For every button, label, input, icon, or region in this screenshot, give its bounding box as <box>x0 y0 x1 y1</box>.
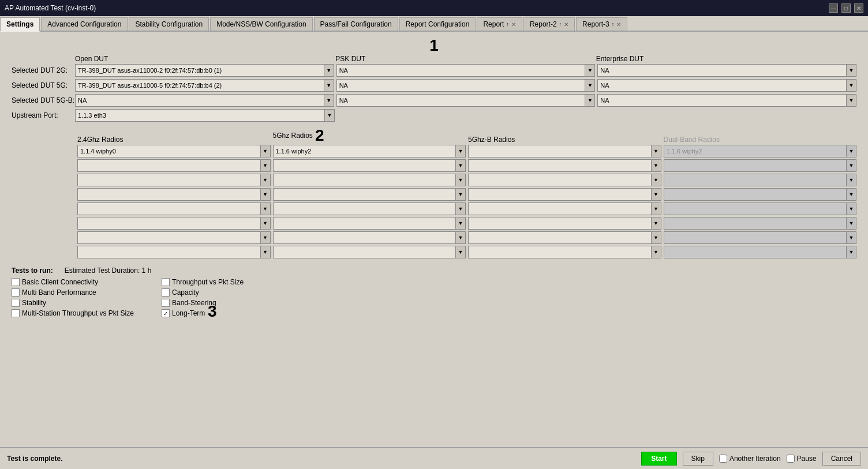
radio-5b-0-dropdown[interactable]: ▼ <box>651 145 661 157</box>
tests-duration: Estimated Test Duration: 1 h <box>65 267 152 275</box>
band-dual-label: Dual-Band Radios <box>664 136 720 144</box>
test-stability-checkbox[interactable] <box>12 299 20 307</box>
tab-stability[interactable]: Stability Configuration <box>129 17 209 31</box>
test-multi-band-checkbox[interactable] <box>12 288 20 297</box>
tests-grid: Basic Client Connectivity Throughput vs … <box>12 278 856 317</box>
enterprise-dut-2g-dropdown[interactable]: ▼ <box>846 64 856 77</box>
radio-24-5-dropdown[interactable]: ▼ <box>260 217 271 230</box>
test-band-steering-checkbox[interactable] <box>162 299 170 307</box>
open-dut-2g-dropdown[interactable]: ▼ <box>324 64 334 77</box>
tab-report1[interactable]: Report ↑ ✕ <box>477 17 522 31</box>
psk-dut-2g-dropdown[interactable]: ▼ <box>585 64 595 77</box>
tab-report3-arrow: ↑ <box>612 21 615 27</box>
enterprise-dut-5g-dropdown[interactable]: ▼ <box>846 79 856 92</box>
test-multi-station-checkbox[interactable] <box>12 309 20 317</box>
radio-5b-7-dropdown[interactable]: ▼ <box>651 246 661 258</box>
start-button[interactable]: Start <box>641 452 676 466</box>
test-throughput-pkt-label: Throughput vs Pkt Size <box>172 278 244 286</box>
radio-24-1-dropdown[interactable]: ▼ <box>260 159 271 172</box>
radio-5-2-dropdown[interactable]: ▼ <box>455 174 466 186</box>
window-controls[interactable]: — □ ✕ <box>829 3 863 13</box>
close-button[interactable]: ✕ <box>854 3 863 13</box>
test-long-term-checkbox[interactable] <box>162 309 170 317</box>
another-iteration-label: Another Iteration <box>729 455 781 463</box>
tab-report1-arrow: ↑ <box>506 21 509 27</box>
open-dut-2g-value: TR-398_DUT asus-ax11000-2 f0:2f:74:57:db… <box>75 64 324 77</box>
radio-24-2-value <box>77 174 260 186</box>
open-dut-5gb-dropdown[interactable]: ▼ <box>324 94 334 107</box>
radio-24-0-dropdown[interactable]: ▼ <box>260 145 271 157</box>
radio-5b-1-value <box>468 159 651 172</box>
radio-24-7-dropdown[interactable]: ▼ <box>260 246 271 258</box>
tab-report2-arrow: ↑ <box>559 21 562 27</box>
tab-report1-close[interactable]: ✕ <box>511 21 516 28</box>
radio-5b-1-dropdown[interactable]: ▼ <box>651 159 661 172</box>
radio-dual-7-value <box>664 246 847 258</box>
test-capacity-checkbox[interactable] <box>162 288 170 297</box>
dut-5g-row: Selected DUT 5G: TR-398_DUT asus-ax11000… <box>12 79 856 92</box>
radio-5b-3-dropdown[interactable]: ▼ <box>651 188 661 201</box>
upstream-port-dropdown[interactable]: ▼ <box>324 109 335 122</box>
radio-5-3-dropdown[interactable]: ▼ <box>455 188 466 201</box>
band-5b-label: 5Ghz-B Radios <box>468 136 515 144</box>
radio-dual-3-value <box>664 188 847 201</box>
radio-24-0-value: 1.1.4 wiphy0 <box>77 145 260 157</box>
dut-5gb-label: Selected DUT 5G-B: <box>12 96 75 104</box>
minimize-button[interactable]: — <box>829 3 838 13</box>
open-dut-5g-dropdown[interactable]: ▼ <box>324 79 334 92</box>
test-multi-station-label: Multi-Station Throughput vs Pkt Size <box>22 309 134 317</box>
tab-report-config[interactable]: Report Configuration <box>399 17 476 31</box>
tab-settings[interactable]: Settings <box>0 17 40 32</box>
radio-5b-5-dropdown[interactable]: ▼ <box>651 217 661 230</box>
radio-5-7-dropdown[interactable]: ▼ <box>455 246 466 258</box>
tab-bar: Settings Advanced Configuration Stabilit… <box>0 16 868 32</box>
radio-5-1-dropdown[interactable]: ▼ <box>455 159 466 172</box>
tab-report2[interactable]: Report-2 ↑ ✕ <box>523 17 575 31</box>
radio-5-7-value <box>273 246 456 258</box>
test-basic-client-checkbox[interactable] <box>12 278 20 286</box>
test-stability: Stability <box>12 299 162 307</box>
radio-rows-container: ▼ ▼ ▼ ▼ ▼ ▼ <box>12 159 856 258</box>
tab-report3[interactable]: Report-3 ↑ ✕ <box>576 17 627 31</box>
radio-5b-2-dropdown[interactable]: ▼ <box>651 174 661 186</box>
radio-5b-4-dropdown[interactable]: ▼ <box>651 202 661 215</box>
radio-dual-3-dropdown: ▼ <box>846 188 856 201</box>
radio-5-4-value <box>273 202 456 215</box>
radio-5-6-dropdown[interactable]: ▼ <box>455 231 466 244</box>
radio-5-0-dropdown[interactable]: ▼ <box>455 145 466 157</box>
psk-dut-5g-value: NA <box>336 79 585 92</box>
another-iteration-checkbox[interactable] <box>719 455 727 463</box>
radio-5-4-dropdown[interactable]: ▼ <box>455 202 466 215</box>
tab-report3-close[interactable]: ✕ <box>616 21 621 28</box>
tab-mode[interactable]: Mode/NSS/BW Configuration <box>210 17 312 31</box>
radio-dual-5-value <box>664 217 847 230</box>
radio-5-6-value <box>273 231 456 244</box>
radio-24-2-dropdown[interactable]: ▼ <box>260 174 271 186</box>
radio-5-1-value <box>273 159 456 172</box>
enterprise-dut-5gb-dropdown[interactable]: ▼ <box>846 94 856 107</box>
radio-24-6-dropdown[interactable]: ▼ <box>260 231 271 244</box>
psk-dut-5gb-dropdown[interactable]: ▼ <box>585 94 595 107</box>
radio-24-4-dropdown[interactable]: ▼ <box>260 202 271 215</box>
cancel-button[interactable]: Cancel <box>822 452 861 466</box>
tab-report2-close[interactable]: ✕ <box>564 21 568 28</box>
maximize-button[interactable]: □ <box>841 3 851 13</box>
dut-2g-label: Selected DUT 2G: <box>12 66 75 74</box>
psk-dut-5g-dropdown[interactable]: ▼ <box>585 79 595 92</box>
test-throughput-pkt-checkbox[interactable] <box>162 278 170 286</box>
tab-advanced[interactable]: Advanced Configuration <box>41 17 128 31</box>
enterprise-dut-2g-value: NA <box>597 64 846 77</box>
radio-dual-5-dropdown: ▼ <box>846 217 856 230</box>
radio-5b-4-value <box>468 202 651 215</box>
pause-checkbox[interactable] <box>787 455 795 463</box>
radio-5b-7-value <box>468 246 651 258</box>
radio-24-3-dropdown[interactable]: ▼ <box>260 188 271 201</box>
radio-row-7: ▼ ▼ ▼ ▼ <box>12 246 856 258</box>
radio-5b-6-dropdown[interactable]: ▼ <box>651 231 661 244</box>
radio-5-5-dropdown[interactable]: ▼ <box>455 217 466 230</box>
test-capacity: Capacity <box>162 288 312 297</box>
tab-passfail[interactable]: Pass/Fail Configuration <box>314 17 398 31</box>
skip-button[interactable]: Skip <box>683 452 713 466</box>
radio-dual-2-dropdown: ▼ <box>846 174 856 186</box>
upstream-port-row: Upstream Port: 1.1.3 eth3 ▼ <box>12 109 856 122</box>
